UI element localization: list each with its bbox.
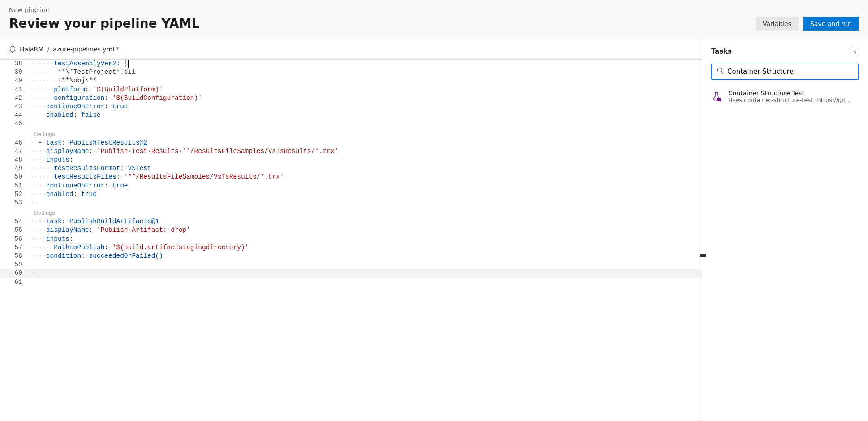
line-content[interactable]: ······testAssemblyVer2:·| (30, 60, 129, 68)
breadcrumb-separator: / (47, 46, 49, 53)
editor-line[interactable]: 38······testAssemblyVer2:·| (0, 60, 702, 68)
editor-line[interactable]: 51····continueOnError:·true (0, 182, 702, 190)
task-result-text: Container Structure Test Uses container-… (728, 89, 854, 103)
line-number: 56 (0, 235, 30, 243)
tasks-pane: Tasks Container Structure Test Uses cont… (702, 39, 868, 421)
tasks-search-input[interactable] (727, 68, 854, 76)
editor-line[interactable]: 55····displayName:·'Publish·Artifact:·dr… (0, 226, 702, 234)
editor-line[interactable]: 43····continueOnError:·true (0, 102, 702, 111)
editor-line[interactable]: 47····displayName:·'Publish·Test·Results… (0, 147, 702, 156)
line-number: 55 (0, 226, 30, 234)
content-area: HalaRM / azure-pipelines.yml * 38······t… (0, 39, 868, 421)
line-number: 43 (0, 102, 30, 111)
save-and-run-button[interactable]: Save and run (803, 17, 859, 31)
line-content[interactable]: ····enabled:·true (30, 190, 97, 199)
line-number: 53 (0, 199, 30, 207)
editor-line[interactable]: 42······configuration:·'$(BuildConfigura… (0, 94, 702, 102)
line-content[interactable]: ····inputs: (30, 235, 73, 243)
line-number: 46 (0, 139, 30, 147)
header-actions: Variables Save and run (756, 17, 859, 31)
line-content[interactable]: ····condition:·succeededOrFailed() (30, 252, 163, 260)
file-breadcrumb: HalaRM / azure-pipelines.yml * (0, 39, 702, 60)
task-settings-hint[interactable]: Settings (0, 130, 702, 138)
editor-line[interactable]: 41······platform:·'$(BuildPlatform)' (0, 85, 702, 94)
editor-line[interactable]: 39·······**\*TestProject*.dll (0, 68, 702, 77)
line-content[interactable]: ······configuration:·'$(BuildConfigurati… (30, 94, 202, 102)
line-number: 61 (0, 278, 30, 286)
line-number: 60 (0, 269, 30, 277)
line-number: 45 (0, 119, 30, 128)
line-number: 48 (0, 156, 30, 164)
line-content[interactable]: ··-·task:·PublishBuildArtifacts@1 (30, 217, 159, 226)
editor-line[interactable]: 44····enabled:·false (0, 111, 702, 119)
line-content[interactable]: ······testResultsFormat:·VSTest (30, 164, 151, 173)
editor-line[interactable]: 50······testResultsFiles:·'**/ResultsFil… (0, 173, 702, 181)
line-number: 47 (0, 147, 30, 156)
line-number: 50 (0, 173, 30, 181)
editor-line[interactable]: 52····enabled:·true (0, 190, 702, 199)
repo-name[interactable]: HalaRM (20, 46, 43, 53)
line-content[interactable]: ····displayName:·'Publish·Test·Results·*… (30, 147, 338, 156)
editor-line[interactable]: 54··-·task:·PublishBuildArtifacts@1 (0, 217, 702, 226)
tasks-header: Tasks (711, 47, 859, 55)
line-content[interactable]: ····enabled:·false (30, 111, 101, 119)
editor-line[interactable]: 59 (0, 260, 702, 269)
editor-line[interactable]: 46··-·task:·PublishTestResults@2 (0, 139, 702, 147)
editor-line[interactable]: 58····condition:·succeededOrFailed() (0, 252, 702, 260)
editor-line[interactable]: 40·······!**\obj\** (0, 77, 702, 85)
editor-line[interactable]: 60·· (0, 269, 702, 277)
file-name: azure-pipelines.yml * (53, 46, 119, 53)
editor-line[interactable]: 48····inputs: (0, 156, 702, 164)
search-icon (717, 67, 724, 76)
line-number: 58 (0, 252, 30, 260)
editor-line[interactable]: 61 (0, 278, 702, 286)
page-header: New pipeline Review your pipeline YAML V… (0, 0, 868, 39)
editor-pane: HalaRM / azure-pipelines.yml * 38······t… (0, 39, 702, 421)
line-content[interactable]: ··-·task:·PublishTestResults@2 (30, 139, 147, 147)
breadcrumb: New pipeline (9, 6, 200, 13)
editor-line[interactable]: 45 (0, 119, 702, 128)
svg-rect-3 (717, 98, 721, 101)
header-left: New pipeline Review your pipeline YAML (9, 6, 200, 31)
editor-line[interactable]: 56····inputs: (0, 235, 702, 243)
line-content[interactable]: ·· (30, 199, 38, 207)
editor-line[interactable]: 57······PathtoPublish:·'$(build.artifact… (0, 243, 702, 252)
line-content[interactable]: ····continueOnError:·true (30, 182, 128, 190)
line-content[interactable]: ·· (30, 269, 38, 277)
line-content[interactable]: ·······**\*TestProject*.dll (30, 68, 136, 77)
beaker-icon (711, 91, 722, 102)
line-number: 38 (0, 60, 30, 68)
line-number: 57 (0, 243, 30, 252)
line-number: 59 (0, 260, 30, 269)
line-number: 51 (0, 182, 30, 190)
editor-line[interactable]: 53·· (0, 199, 702, 207)
line-number: 54 (0, 217, 30, 226)
line-content[interactable]: ····continueOnError:·true (30, 102, 128, 111)
repo-icon (9, 46, 16, 53)
pane-resize-handle[interactable] (700, 254, 706, 257)
line-content[interactable]: ····displayName:·'Publish·Artifact:·drop… (30, 226, 190, 234)
task-result-item[interactable]: Container Structure Test Uses container-… (711, 89, 859, 103)
yaml-editor[interactable]: 38······testAssemblyVer2:·|39·······**\*… (0, 60, 702, 421)
line-number: 49 (0, 164, 30, 173)
tasks-search[interactable] (711, 64, 859, 80)
line-content[interactable]: ····inputs: (30, 156, 73, 164)
line-number: 41 (0, 85, 30, 94)
line-content[interactable]: ······testResultsFiles:·'**/ResultsFileS… (30, 173, 284, 181)
expand-pane-icon[interactable] (851, 48, 859, 55)
line-content[interactable]: ······PathtoPublish:·'$(build.artifactst… (30, 243, 249, 252)
line-number: 42 (0, 94, 30, 102)
variables-button[interactable]: Variables (756, 17, 799, 31)
tasks-title: Tasks (711, 47, 732, 55)
line-number: 39 (0, 68, 30, 77)
task-settings-hint[interactable]: Settings (0, 209, 702, 217)
svg-point-1 (718, 68, 722, 72)
page-title: Review your pipeline YAML (9, 16, 200, 31)
editor-line[interactable]: 49······testResultsFormat:·VSTest (0, 164, 702, 173)
line-content[interactable]: ·······!**\obj\** (30, 77, 97, 85)
task-result-title: Container Structure Test (728, 89, 854, 97)
line-number: 44 (0, 111, 30, 119)
line-content[interactable]: ······platform:·'$(BuildPlatform)' (30, 85, 163, 94)
svg-line-2 (722, 72, 724, 74)
task-result-description: Uses container-structure-test (https://g… (728, 97, 854, 103)
